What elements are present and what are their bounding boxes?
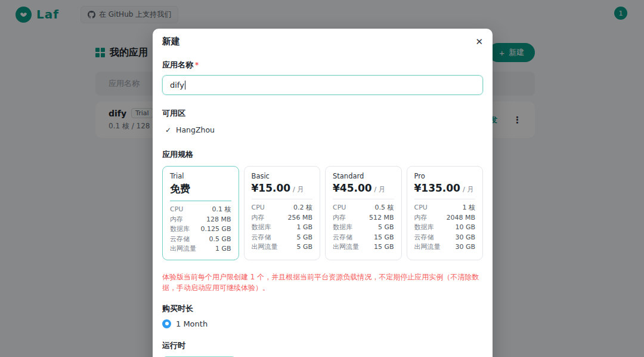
plan-card-standard[interactable]: Standard ¥45.00 / 月 CPU0.5 核 内存512 MB 数据… bbox=[325, 166, 402, 260]
plan-card-trial[interactable]: Trial 免费 CPU0.1 核 内存128 MB 数据库0.125 GB 云… bbox=[162, 166, 239, 260]
spec-row: CPU0.2 核 bbox=[252, 203, 313, 213]
plan-cards: Trial 免费 CPU0.1 核 内存128 MB 数据库0.125 GB 云… bbox=[162, 166, 483, 260]
spec-row: CPU0.1 核 bbox=[170, 205, 231, 215]
required-asterisk: * bbox=[195, 61, 199, 69]
spec-row: 数据库5 GB bbox=[333, 223, 394, 233]
plan-name: Standard bbox=[333, 172, 394, 180]
spec-row: 云存储15 GB bbox=[333, 233, 394, 243]
plan-name: Pro bbox=[414, 172, 476, 180]
plans-label: 应用规格 bbox=[162, 149, 483, 160]
plan-name: Basic bbox=[252, 172, 313, 180]
radio-selected-icon bbox=[162, 319, 171, 328]
spec-row: 出网流量1 GB bbox=[170, 244, 231, 254]
plan-price: ¥135.00 bbox=[414, 182, 460, 194]
plan-price: 免费 bbox=[170, 182, 190, 196]
app-name-label: 应用名称* bbox=[162, 60, 483, 70]
plan-period: / 月 bbox=[463, 185, 473, 194]
divider bbox=[252, 199, 313, 199]
spec-row: 数据库10 GB bbox=[414, 223, 476, 233]
spec-row: 出网流量15 GB bbox=[333, 242, 394, 253]
app-name-input-value: dify bbox=[170, 81, 184, 90]
check-icon: ✓ bbox=[165, 126, 171, 134]
close-icon[interactable]: ✕ bbox=[475, 36, 483, 47]
plan-price: ¥45.00 bbox=[333, 182, 372, 194]
plan-period: / 月 bbox=[293, 185, 304, 194]
runtime-label: 运行时 bbox=[162, 340, 483, 351]
text-caret bbox=[185, 81, 185, 90]
spec-row: 云存储30 GB bbox=[414, 233, 476, 243]
trial-warning-text: 体验版当前每个用户限创建 1 个，并且根据当前平台资源负载情况，不定期停止应用实… bbox=[162, 272, 483, 293]
duration-option-1month[interactable]: 1 Month bbox=[162, 319, 483, 328]
modal-title: 新建 bbox=[162, 36, 180, 47]
spec-row: CPU1 核 bbox=[414, 203, 476, 213]
region-option-label: HangZhou bbox=[176, 125, 215, 134]
plan-price: ¥15.00 bbox=[252, 182, 291, 194]
spec-row: 出网流量30 GB bbox=[414, 242, 476, 253]
app-name-input[interactable]: dify bbox=[162, 75, 483, 95]
spec-row: 数据库1 GB bbox=[252, 223, 313, 233]
spec-row: 内存128 MB bbox=[170, 215, 231, 225]
duration-option-label: 1 Month bbox=[176, 319, 208, 328]
region-option-hangzhou[interactable]: ✓ HangZhou bbox=[162, 125, 483, 134]
spec-row: 云存储0.5 GB bbox=[170, 235, 231, 245]
plan-period: / 月 bbox=[374, 185, 385, 194]
spec-row: 数据库0.125 GB bbox=[170, 224, 231, 235]
plan-card-basic[interactable]: Basic ¥15.00 / 月 CPU0.2 核 内存256 MB 数据库1 … bbox=[244, 166, 321, 260]
plan-card-pro[interactable]: Pro ¥135.00 / 月 CPU1 核 内存2048 MB 数据库10 G… bbox=[407, 166, 484, 260]
divider bbox=[414, 199, 476, 199]
divider bbox=[333, 199, 394, 199]
spec-row: 云存储5 GB bbox=[252, 233, 313, 243]
spec-row: 内存256 MB bbox=[252, 213, 313, 223]
create-app-modal: 新建 ✕ 应用名称* dify 可用区 ✓ HangZhou 应用规格 Tria… bbox=[153, 29, 493, 357]
spec-row: 内存2048 MB bbox=[414, 213, 476, 223]
spec-row: 内存512 MB bbox=[333, 213, 394, 223]
spec-row: CPU0.5 核 bbox=[333, 203, 394, 213]
region-label: 可用区 bbox=[162, 108, 483, 119]
divider bbox=[170, 201, 231, 201]
duration-label: 购买时长 bbox=[162, 303, 483, 314]
plan-name: Trial bbox=[170, 172, 231, 180]
spec-row: 出网流量5 GB bbox=[252, 242, 313, 253]
